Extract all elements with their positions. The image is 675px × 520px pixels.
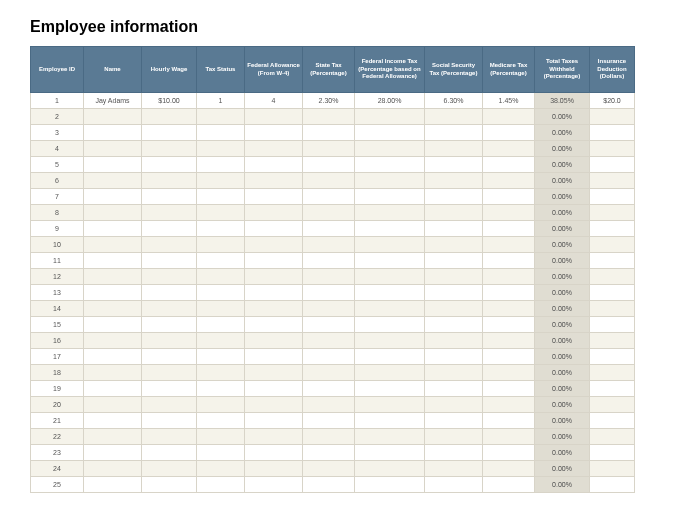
cell-allow <box>245 125 303 141</box>
cell-wage: $10.00 <box>142 93 197 109</box>
cell-status <box>197 189 245 205</box>
cell-med <box>483 189 535 205</box>
cell-name <box>84 413 142 429</box>
cell-total: 38.05% <box>535 93 590 109</box>
cell-total: 0.00% <box>535 413 590 429</box>
cell-med <box>483 269 535 285</box>
cell-id: 19 <box>31 381 84 397</box>
cell-ins <box>590 333 635 349</box>
cell-total: 0.00% <box>535 109 590 125</box>
cell-wage <box>142 237 197 253</box>
cell-id: 5 <box>31 157 84 173</box>
cell-med <box>483 221 535 237</box>
cell-state <box>303 173 355 189</box>
employee-table: Employee ID Name Hourly Wage Tax Status … <box>30 46 635 493</box>
cell-med <box>483 301 535 317</box>
cell-ss <box>425 157 483 173</box>
cell-wage <box>142 141 197 157</box>
table-row: 50.00% <box>31 157 635 173</box>
cell-fed <box>355 221 425 237</box>
cell-name <box>84 173 142 189</box>
cell-fed <box>355 429 425 445</box>
cell-state <box>303 253 355 269</box>
cell-ss <box>425 253 483 269</box>
cell-ins <box>590 109 635 125</box>
cell-status <box>197 301 245 317</box>
cell-med <box>483 253 535 269</box>
cell-total: 0.00% <box>535 125 590 141</box>
cell-allow: 4 <box>245 93 303 109</box>
cell-wage <box>142 285 197 301</box>
cell-total: 0.00% <box>535 445 590 461</box>
cell-ins <box>590 381 635 397</box>
table-body: 1Jay Adams$10.00142.30%28.00%6.30%1.45%3… <box>31 93 635 493</box>
cell-total: 0.00% <box>535 253 590 269</box>
cell-state: 2.30% <box>303 93 355 109</box>
cell-status <box>197 173 245 189</box>
cell-status <box>197 413 245 429</box>
cell-ss <box>425 125 483 141</box>
cell-ss <box>425 189 483 205</box>
table-row: 80.00% <box>31 205 635 221</box>
cell-name <box>84 333 142 349</box>
cell-wage <box>142 109 197 125</box>
cell-wage <box>142 381 197 397</box>
cell-fed <box>355 205 425 221</box>
cell-allow <box>245 381 303 397</box>
cell-total: 0.00% <box>535 173 590 189</box>
cell-allow <box>245 477 303 493</box>
col-federal-allowance: Federal Allowance (From W-4) <box>245 47 303 93</box>
cell-allow <box>245 141 303 157</box>
cell-allow <box>245 157 303 173</box>
cell-total: 0.00% <box>535 429 590 445</box>
cell-state <box>303 365 355 381</box>
cell-status <box>197 125 245 141</box>
cell-wage <box>142 461 197 477</box>
table-row: 140.00% <box>31 301 635 317</box>
cell-fed <box>355 173 425 189</box>
cell-wage <box>142 477 197 493</box>
cell-total: 0.00% <box>535 365 590 381</box>
cell-wage <box>142 317 197 333</box>
col-total-taxes: Total Taxes Withheld (Percentage) <box>535 47 590 93</box>
cell-state <box>303 413 355 429</box>
cell-ins <box>590 349 635 365</box>
cell-name <box>84 317 142 333</box>
cell-fed <box>355 413 425 429</box>
col-social-security-tax: Social Security Tax (Percentage) <box>425 47 483 93</box>
cell-name <box>84 365 142 381</box>
cell-fed <box>355 381 425 397</box>
cell-status <box>197 381 245 397</box>
table-row: 1Jay Adams$10.00142.30%28.00%6.30%1.45%3… <box>31 93 635 109</box>
cell-allow <box>245 109 303 125</box>
cell-wage <box>142 173 197 189</box>
cell-status <box>197 285 245 301</box>
cell-state <box>303 461 355 477</box>
cell-fed <box>355 301 425 317</box>
cell-id: 1 <box>31 93 84 109</box>
cell-med <box>483 125 535 141</box>
cell-name <box>84 445 142 461</box>
cell-ins <box>590 221 635 237</box>
cell-id: 14 <box>31 301 84 317</box>
cell-state <box>303 109 355 125</box>
cell-med <box>483 157 535 173</box>
cell-ins <box>590 477 635 493</box>
cell-name <box>84 141 142 157</box>
table-row: 210.00% <box>31 413 635 429</box>
cell-name <box>84 189 142 205</box>
cell-wage <box>142 301 197 317</box>
cell-wage <box>142 205 197 221</box>
cell-total: 0.00% <box>535 157 590 173</box>
cell-ins <box>590 445 635 461</box>
cell-state <box>303 205 355 221</box>
cell-status <box>197 461 245 477</box>
cell-allow <box>245 221 303 237</box>
cell-state <box>303 381 355 397</box>
cell-ins <box>590 365 635 381</box>
cell-id: 15 <box>31 317 84 333</box>
cell-fed <box>355 157 425 173</box>
cell-ss <box>425 381 483 397</box>
cell-total: 0.00% <box>535 317 590 333</box>
cell-status <box>197 269 245 285</box>
